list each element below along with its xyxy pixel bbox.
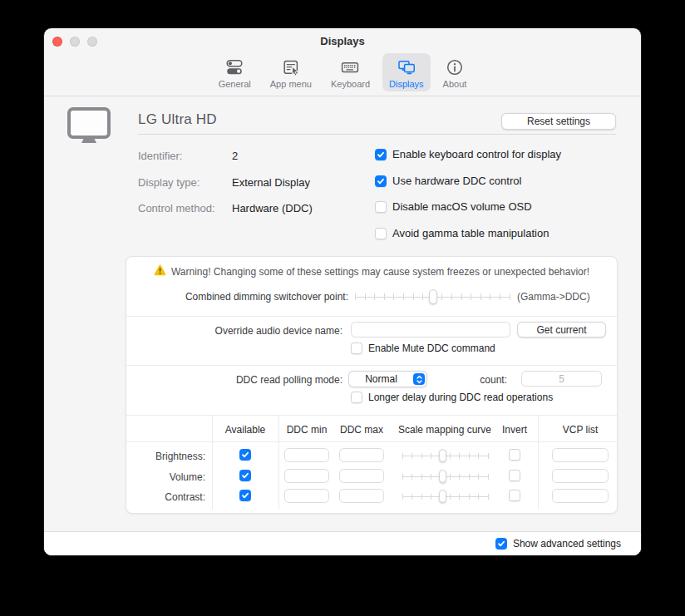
keyboard-icon: [340, 57, 360, 78]
identifier-label: Identifier:: [138, 150, 182, 162]
divider: [126, 415, 617, 416]
mute-ddc-row: Enable Mute DDC command: [351, 342, 495, 354]
row-label-volume: Volume:: [126, 471, 205, 483]
control-method-label: Control method:: [138, 202, 215, 214]
audio-override-label: Override audio device name:: [126, 325, 342, 337]
keyboard-control-checkbox[interactable]: [375, 149, 387, 160]
display-name: LG Ultra HD: [138, 111, 217, 128]
row-label-brightness: Brightness:: [126, 451, 205, 462]
slider-thumb[interactable]: [439, 470, 446, 483]
hardware-ddc-checkbox[interactable]: [375, 175, 387, 187]
volume-vcp-list-input[interactable]: [552, 469, 609, 483]
tab-keyboard[interactable]: Keyboard: [324, 53, 377, 91]
displays-preferences-window: Displays General App m: [43, 27, 642, 556]
warning-row: Warning! Changing some of these settings…: [126, 264, 617, 279]
window-title: Displays: [44, 35, 641, 47]
col-header-vcp-list: VCP list: [563, 424, 598, 436]
footer-bar: Show advanced settings: [44, 531, 641, 555]
document-cursor-icon: [281, 57, 301, 78]
divider: [126, 316, 617, 317]
tab-displays[interactable]: Displays: [382, 53, 431, 91]
header-divider: [138, 134, 616, 135]
polling-mode-label: DDC read polling mode:: [126, 374, 342, 386]
table-divider: [278, 416, 279, 510]
volume-curve-slider[interactable]: [402, 469, 489, 484]
col-header-curve: Scale mapping curve: [398, 424, 491, 436]
col-header-available: Available: [225, 424, 265, 436]
slider-thumb[interactable]: [439, 490, 446, 503]
enable-mute-ddc-checkbox[interactable]: [351, 342, 362, 354]
checkbox-label: Enable Mute DDC command: [368, 342, 495, 354]
contrast-invert-checkbox[interactable]: [509, 490, 520, 501]
longer-delay-checkbox[interactable]: [351, 392, 362, 403]
dimming-switchover-label: Combined dimming switchover point:: [126, 291, 348, 303]
info-icon: [445, 57, 465, 78]
checkbox-label: Show advanced settings: [513, 538, 621, 549]
checkbox-label: Disable macOS volume OSD: [392, 200, 532, 213]
table-divider: [538, 416, 539, 510]
polling-count-input: [521, 371, 602, 387]
displays-icon: [397, 57, 416, 78]
audio-device-name-input[interactable]: [351, 322, 510, 338]
brightness-ddc-min-input[interactable]: [284, 448, 329, 462]
brightness-invert-checkbox[interactable]: [509, 449, 520, 461]
contrast-vcp-list-input[interactable]: [552, 489, 609, 503]
dimming-mode-suffix: (Gamma->DDC): [517, 291, 590, 303]
slider-thumb[interactable]: [439, 449, 446, 462]
volume-ddc-max-input[interactable]: [339, 469, 384, 483]
divider: [126, 365, 617, 366]
show-advanced-settings-checkbox[interactable]: [495, 538, 507, 549]
displays-pane: LG Ultra HD Reset settings Identifier: 2…: [44, 96, 641, 533]
checkbox-label: Avoid gamma table manipulation: [392, 227, 549, 239]
option-row: Avoid gamma table manipulation: [375, 227, 549, 239]
count-label: count:: [476, 374, 507, 386]
contrast-ddc-min-input[interactable]: [284, 489, 329, 503]
brightness-curve-slider[interactable]: [402, 448, 489, 463]
tab-about[interactable]: About: [436, 53, 474, 91]
tab-general[interactable]: General: [212, 53, 258, 91]
volume-available-checkbox[interactable]: [239, 470, 251, 481]
checkbox-label: Enable keyboard control for display: [392, 148, 561, 160]
row-label-contrast: Contrast:: [126, 491, 205, 503]
contrast-available-checkbox[interactable]: [239, 490, 251, 501]
avoid-gamma-checkbox[interactable]: [375, 228, 387, 239]
brightness-vcp-list-input[interactable]: [552, 448, 609, 462]
monitor-icon: [67, 107, 111, 148]
get-current-button[interactable]: Get current: [517, 322, 606, 338]
volume-invert-checkbox[interactable]: [509, 470, 520, 481]
display-type-value: External Display: [232, 176, 310, 189]
tab-label: App menu: [270, 79, 312, 89]
identifier-value: 2: [232, 150, 238, 162]
slider-thumb[interactable]: [429, 289, 437, 304]
table-header-divider: [126, 441, 617, 442]
advanced-settings-panel: Warning! Changing some of these settings…: [126, 256, 618, 514]
col-header-invert: Invert: [502, 424, 527, 436]
polling-mode-select[interactable]: Normal: [348, 371, 427, 387]
toggles-icon: [224, 57, 244, 78]
checkbox-label: Use hardware DDC control: [392, 175, 521, 187]
option-row: Enable keyboard control for display: [375, 148, 561, 160]
tab-app-menu[interactable]: App menu: [264, 53, 318, 91]
dimming-switchover-slider[interactable]: [355, 289, 510, 304]
tab-label: Keyboard: [331, 79, 370, 89]
brightness-available-checkbox[interactable]: [239, 449, 251, 461]
contrast-curve-slider[interactable]: [402, 489, 489, 504]
volume-ddc-min-input[interactable]: [284, 469, 329, 483]
longer-delay-row: Longer delay during DDC read operations: [351, 392, 553, 403]
contrast-ddc-max-input[interactable]: [339, 489, 384, 503]
col-header-ddc-min: DDC min: [287, 424, 328, 436]
warning-icon: [154, 264, 166, 279]
checkbox-label: Longer delay during DDC read operations: [368, 392, 553, 403]
col-header-ddc-max: DDC max: [340, 424, 383, 436]
stepper-chevrons-icon: [413, 373, 425, 385]
tab-label: About: [443, 79, 467, 89]
disable-volume-osd-checkbox[interactable]: [375, 201, 387, 213]
brightness-ddc-max-input[interactable]: [339, 448, 384, 462]
titlebar: Displays: [44, 28, 641, 52]
reset-settings-button[interactable]: Reset settings: [501, 113, 616, 130]
tab-label: General: [219, 79, 251, 89]
display-type-label: Display type:: [138, 176, 200, 189]
tab-label: Displays: [389, 79, 424, 89]
preferences-toolbar: General App menu: [44, 52, 641, 96]
control-method-value: Hardware (DDC): [232, 202, 313, 214]
